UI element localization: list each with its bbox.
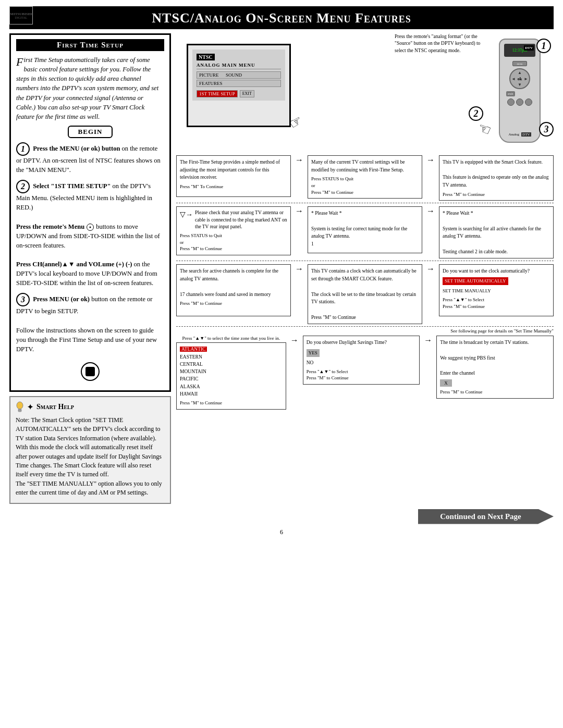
right-arrow-icon: ►: [524, 77, 528, 81]
tv-diagram: NTSC ANALOG MAIN MENU PICTURE SOUND FEAT…: [176, 33, 554, 153]
smart-help-text: Note: The Smart Clock option "SET TIME A…: [16, 416, 165, 498]
flow-arrow-5: →: [294, 264, 304, 274]
menu-item-exit: EXIT: [240, 90, 254, 97]
begin-button: BEGIN: [68, 126, 113, 138]
triangle-icon: ▽→: [180, 209, 193, 220]
first-time-setup-section: First Time Setup First Time Setup automa…: [9, 33, 171, 392]
remote-btn-1: [507, 98, 515, 106]
set-time-auto-option: SET TIME AUTOMATICALLY: [443, 277, 550, 286]
timezone-list: ATLANTIC EASTERN CENTRAL MOUNTAIN PACIFI…: [180, 346, 283, 398]
yes-option: YES: [307, 349, 417, 357]
menu-item-picture: PICTURE SOUND: [197, 71, 281, 79]
flow-box-pbs-channel: The time is broadcast by certain TV stat…: [436, 336, 554, 399]
remote-ok-cluster: ok ▲ ▼ ◄ ►: [503, 68, 536, 89]
separator-1: [176, 203, 554, 203]
ntsc-label: NTSC: [197, 54, 215, 60]
flow-arrow-7: →: [289, 336, 300, 345]
timezone-mountain: MOUNTAIN: [180, 368, 283, 375]
remote-menu-btn: menu: [512, 61, 527, 66]
separator-3: [176, 326, 554, 327]
flow-arrow-6: →: [425, 264, 436, 274]
step-2: 2 Select "1ST TIME SETUP" on the DPTV's …: [16, 180, 164, 288]
no-option: NO: [307, 360, 417, 366]
flow-box-settings-mod: Many of the current TV control settings …: [308, 155, 422, 199]
dtv-badge: DTV: [524, 45, 534, 51]
flow-box-fts-desc: The First-Time Setup provides a simple m…: [176, 155, 291, 197]
down-arrow-icon: ▼: [518, 82, 522, 87]
remote-body: 12:37pm DTV menu ok ▲: [499, 39, 541, 143]
flow-box-tuning-test: * Please Wait * System is testing for co…: [308, 206, 422, 253]
left-column: First Time Setup First Time Setup automa…: [9, 33, 171, 504]
flow-box-antenna-check: ▽→ Please check that your analog TV ante…: [176, 206, 291, 255]
joystick-icon: [87, 224, 94, 231]
timezone-eastern: EASTERN: [180, 353, 283, 361]
menu-title: ANALOG MAIN MENU: [197, 63, 281, 69]
timezone-atlantic: ATLANTIC: [180, 347, 207, 352]
tv-screen: NTSC ANALOG MAIN MENU PICTURE SOUND FEAT…: [187, 44, 291, 127]
remote-analog-dtv-row: Analog DTV: [500, 132, 540, 137]
page-number: 6: [0, 528, 563, 540]
flow-box-smart-clock-note: This TV is equipped with the Smart Clock…: [439, 155, 554, 201]
timezone-central: CENTRAL: [180, 361, 283, 368]
menu-item-setup: 1ST TIME SETUP: [197, 90, 238, 97]
fts-title: First Time Setup: [16, 39, 164, 51]
stop-symbol: [16, 359, 164, 383]
timezone-pacific: PACIFIC: [180, 375, 283, 382]
flow-box-channel-search: * Please Wait * System is searching for …: [439, 206, 554, 258]
remote-ok-btn: ok ▲ ▼ ◄ ►: [509, 68, 530, 89]
flow-arrow-1: →: [294, 155, 304, 165]
page-title: NTSC/Analog On-Screen Menu Features: [9, 6, 554, 29]
right-column: NTSC ANALOG MAIN MENU PICTURE SOUND FEAT…: [176, 33, 554, 504]
flow-arrow-2: →: [425, 155, 436, 165]
smart-help-title: ✦ Smart Help: [16, 401, 165, 413]
flow-arrow-4: →: [425, 206, 436, 216]
remote-btn-2: [516, 98, 523, 106]
flow-arrow-8: →: [423, 336, 433, 345]
step-1: 1 Press the MENU (or ok) button on the r…: [16, 142, 164, 175]
remote-exit-row: exit: [503, 91, 536, 96]
remote-exit-btn: exit: [506, 91, 515, 96]
remote-screen: 12:37pm DTV: [504, 44, 535, 57]
step-3: 3 Press MENU (or ok) button on the remot…: [16, 293, 164, 354]
continued-banner: Continued on Next Page: [9, 509, 554, 524]
finger-pointer-2-icon: ☞: [475, 119, 494, 140]
up-arrow-icon: ▲: [518, 70, 522, 75]
separator-2: [176, 261, 554, 261]
remote-menu-row: menu: [503, 61, 536, 66]
set-time-manual-option: SET TIME MANUALLY: [443, 287, 550, 295]
continued-label: Continued on Next Page: [418, 509, 554, 524]
menu-item-features: FEATURES: [197, 80, 281, 87]
flow-diagram: The First-Time Setup provides a simple m…: [176, 155, 554, 504]
flow-box-channels-found: The search for active channels is comple…: [176, 264, 291, 316]
brand-logo: MITSUBISHI DIGITAL: [9, 6, 33, 24]
flow-box-dst: Do you observe Daylight Savings Time? YE…: [303, 336, 420, 385]
step-circle-3: 3: [539, 122, 554, 137]
stop-button-icon: [81, 362, 100, 381]
bulb-icon: [16, 401, 24, 413]
svg-point-0: [17, 402, 23, 409]
source-note: Press the remote's "analog format" (or t…: [395, 33, 483, 54]
timezone-area: Press "▲▼" to select the time zone that …: [176, 336, 286, 409]
channel-x-option: X: [440, 379, 550, 388]
flow-arrow-3: →: [294, 206, 304, 216]
step-circle-2: 2: [469, 106, 483, 121]
fts-intro: First Time Setup automatically takes car…: [16, 55, 164, 121]
flow-box-clock-feature: This TV contains a clock which can autom…: [308, 264, 422, 324]
following-page-note: See following page for details on "Set T…: [176, 328, 554, 334]
flow-box-timezone: ATLANTIC EASTERN CENTRAL MOUNTAIN PACIFI…: [176, 342, 286, 409]
remote-numpad: [503, 98, 536, 107]
flow-box-set-clock: Do you want to set the clock automatical…: [439, 264, 554, 316]
step-circle-1: 1: [536, 39, 551, 53]
remote-btn-3: [525, 98, 532, 106]
smart-help-section: ✦ Smart Help Note: The Smart Clock optio…: [9, 396, 171, 504]
left-arrow-icon: ◄: [511, 77, 516, 81]
finger-pointer-icon: ☞: [286, 112, 305, 133]
timezone-alaska: ALASKA: [180, 383, 283, 390]
timezone-hawaii: HAWAII: [180, 390, 283, 398]
